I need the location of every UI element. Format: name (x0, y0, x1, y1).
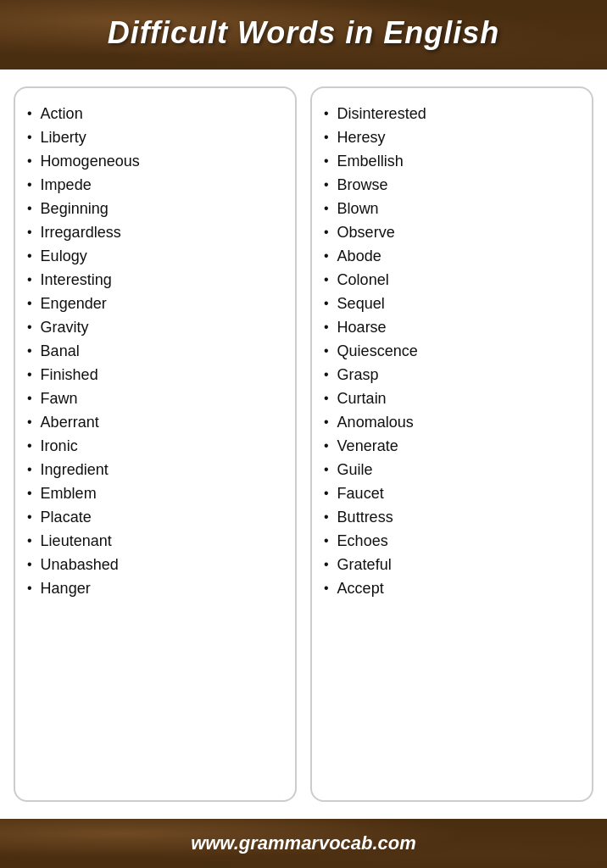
list-item: Observe (324, 220, 580, 244)
list-item: Grateful (324, 553, 580, 576)
list-item: Liberty (27, 125, 283, 149)
list-item: Hanger (27, 576, 283, 600)
list-item: Echoes (324, 529, 580, 553)
list-item: Fawn (27, 387, 283, 410)
list-item: Venerate (324, 434, 580, 458)
list-item: Aberrant (27, 410, 283, 434)
left-word-list: ActionLibertyHomogeneousImpedeBeginningI… (27, 102, 283, 600)
list-item: Curtain (324, 387, 580, 410)
list-item: Lieutenant (27, 529, 283, 553)
right-word-list: DisinterestedHeresyEmbellishBrowseBlownO… (324, 102, 580, 600)
list-item: Ironic (27, 434, 283, 458)
list-item: Guile (324, 458, 580, 481)
footer: www.grammarvocab.com (0, 819, 607, 868)
list-item: Engender (27, 292, 283, 315)
right-column: DisinterestedHeresyEmbellishBrowseBlownO… (310, 86, 593, 802)
list-item: Ingredient (27, 458, 283, 481)
page-title: Difficult Words in English (17, 15, 590, 51)
list-item: Browse (324, 173, 580, 197)
list-item: Placate (27, 505, 283, 529)
list-item: Emblem (27, 481, 283, 505)
footer-url: www.grammarvocab.com (17, 832, 590, 854)
list-item: Interesting (27, 268, 283, 292)
list-item: Quiescence (324, 339, 580, 363)
left-column: ActionLibertyHomogeneousImpedeBeginningI… (14, 86, 297, 802)
list-item: Blown (324, 197, 580, 220)
list-item: Homogeneous (27, 149, 283, 173)
list-item: Grasp (324, 363, 580, 387)
list-item: Embellish (324, 149, 580, 173)
list-item: Anomalous (324, 410, 580, 434)
list-item: Eulogy (27, 244, 283, 268)
list-item: Banal (27, 339, 283, 363)
list-item: Heresy (324, 125, 580, 149)
list-item: Gravity (27, 315, 283, 339)
list-item: Irregardless (27, 220, 283, 244)
list-item: Faucet (324, 481, 580, 505)
list-item: Finished (27, 363, 283, 387)
list-item: Disinterested (324, 102, 580, 125)
list-item: Buttress (324, 505, 580, 529)
list-item: Action (27, 102, 283, 125)
list-item: Abode (324, 244, 580, 268)
list-item: Colonel (324, 268, 580, 292)
list-item: Sequel (324, 292, 580, 315)
list-item: Impede (27, 173, 283, 197)
list-item: Accept (324, 576, 580, 600)
header: Difficult Words in English (0, 0, 607, 70)
list-item: Unabashed (27, 553, 283, 576)
list-item: Hoarse (324, 315, 580, 339)
main-content: ActionLibertyHomogeneousImpedeBeginningI… (0, 70, 607, 819)
list-item: Beginning (27, 197, 283, 220)
